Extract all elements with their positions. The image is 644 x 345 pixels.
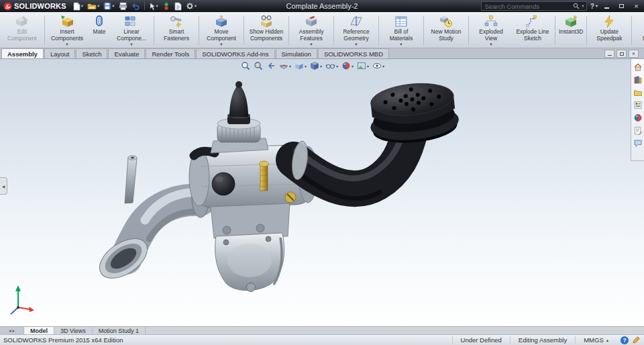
custom-properties-button[interactable] bbox=[633, 126, 643, 135]
save-button[interactable]: ▾ bbox=[101, 1, 116, 11]
ribbon-separator bbox=[468, 16, 469, 45]
ribbon-new-motion-study-button[interactable]: New Motion Study bbox=[425, 13, 467, 48]
graphics-area[interactable]: ▾ ▾ ▾ ▾ ▾ ▾ ▾ ◀ bbox=[0, 59, 644, 326]
ribbon-linear-component-pattern-button[interactable]: Linear Compone...▾ bbox=[111, 13, 152, 48]
view-settings-button[interactable]: ▾ bbox=[372, 60, 385, 71]
print-button[interactable] bbox=[117, 1, 129, 11]
sheet-nav-arrows[interactable]: ◂▸ bbox=[0, 327, 24, 334]
previous-view-button[interactable] bbox=[266, 60, 276, 71]
zoom-area-icon bbox=[254, 61, 263, 70]
ribbon-update-speedpak-button[interactable]: Update Speedpak bbox=[588, 13, 630, 48]
smart-fasteners-icon bbox=[169, 14, 184, 28]
solidworks-resources-button[interactable] bbox=[633, 62, 643, 71]
heads-up-view-toolbar: ▾ ▾ ▾ ▾ ▾ ▾ ▾ bbox=[240, 60, 385, 71]
search-input[interactable] bbox=[484, 2, 572, 11]
titlebar: SOLIDWORKS ▾ ▾ ▾ ▾ ▾ Complate Assembly-2… bbox=[0, 0, 644, 12]
section-view-icon bbox=[279, 61, 288, 70]
solidworks-window: SOLIDWORKS ▾ ▾ ▾ ▾ ▾ Complate Assembly-2… bbox=[0, 0, 644, 345]
hide-show-items-button[interactable]: ▾ bbox=[325, 60, 339, 71]
options-button[interactable]: ▾ bbox=[184, 1, 199, 11]
ribbon-move-component-button[interactable]: Move Component▾ bbox=[201, 13, 242, 48]
undo-button[interactable] bbox=[129, 1, 142, 11]
ribbon-smart-fasteners-button[interactable]: Smart Fasteners bbox=[156, 13, 197, 48]
previous-view-icon bbox=[266, 61, 276, 70]
air-filter[interactable] bbox=[366, 79, 460, 146]
ribbon-show-hidden-components-button[interactable]: Show Hidden Components bbox=[246, 13, 287, 48]
dropdown-arrow-icon: ▾ bbox=[320, 64, 322, 68]
zoom-area-button[interactable] bbox=[253, 60, 264, 71]
select-button[interactable]: ▾ bbox=[147, 1, 160, 11]
search-dropdown-icon[interactable]: ▾ bbox=[582, 3, 584, 9]
tab-solidworks-mbd[interactable]: SOLIDWORKS MBD bbox=[318, 48, 389, 58]
featuremanager-collapse-arrow[interactable]: ◀ bbox=[0, 177, 7, 195]
apply-scene-button[interactable]: ▾ bbox=[356, 60, 370, 71]
restore-button[interactable] bbox=[616, 1, 627, 11]
solidworks-forum-button[interactable] bbox=[633, 138, 643, 148]
ribbon-separator bbox=[154, 16, 154, 45]
view-palette-icon bbox=[633, 101, 643, 109]
search-commands-box[interactable]: ▾ bbox=[481, 1, 587, 11]
design-library-button[interactable] bbox=[633, 75, 643, 84]
tab-simulation[interactable]: Simulation bbox=[276, 48, 317, 58]
ribbon-button-label: New Motion Study bbox=[427, 29, 465, 42]
choke-knob[interactable] bbox=[212, 172, 235, 195]
doc-minimize-button[interactable] bbox=[604, 50, 614, 58]
open-file-button[interactable]: ▾ bbox=[85, 1, 101, 11]
brass-screw[interactable] bbox=[260, 161, 269, 191]
origin-triad bbox=[11, 285, 34, 314]
appearances-button[interactable] bbox=[633, 113, 643, 122]
ribbon-mate-button[interactable]: Mate bbox=[88, 13, 111, 48]
file-properties-button[interactable] bbox=[172, 1, 184, 11]
ribbon-edit-component-button[interactable]: Edit Component bbox=[1, 13, 43, 48]
doc-close-button[interactable]: × bbox=[629, 50, 639, 58]
tab-assembly[interactable]: Assembly bbox=[1, 48, 44, 58]
tab-3d-views[interactable]: 3D Views bbox=[54, 327, 93, 334]
tab-solidworks-add-ins[interactable]: SOLIDWORKS Add-Ins bbox=[196, 48, 274, 58]
view-orientation-button[interactable]: ▾ bbox=[294, 60, 307, 71]
minimize-button[interactable] bbox=[601, 1, 612, 11]
help-menu-button[interactable]: ?▾ bbox=[590, 3, 598, 10]
open-file-icon bbox=[87, 2, 97, 10]
tab-render-tools[interactable]: Render Tools bbox=[146, 48, 195, 58]
new-file-button[interactable]: ▾ bbox=[71, 1, 85, 11]
quick-tips-icon[interactable] bbox=[633, 336, 641, 345]
ribbon-take-snapshot-button[interactable]: Take Snapshot bbox=[633, 13, 644, 48]
ribbon-button-label: Mate bbox=[93, 29, 106, 36]
status-help-icon[interactable]: ? bbox=[621, 336, 629, 344]
carburetor-top-cap[interactable] bbox=[211, 81, 268, 153]
idle-screw[interactable] bbox=[285, 192, 296, 203]
tab-motion-study-1[interactable]: Motion Study 1 bbox=[93, 327, 146, 334]
doc-restore-button[interactable] bbox=[616, 50, 627, 58]
tab-sketch[interactable]: Sketch bbox=[76, 48, 107, 58]
file-explorer-button[interactable] bbox=[633, 87, 643, 97]
ribbon-button-label: Exploded View bbox=[472, 29, 510, 42]
section-view-button[interactable]: ▾ bbox=[278, 60, 292, 71]
ribbon-explode-line-sketch-button[interactable]: Explode Line Sketch bbox=[512, 13, 553, 48]
dropdown-arrow-icon: ▾ bbox=[305, 64, 307, 68]
units-selector[interactable]: MMGS▴ bbox=[575, 336, 616, 344]
tab-model[interactable]: Model bbox=[24, 327, 54, 334]
view-palette-button[interactable] bbox=[633, 100, 643, 109]
close-button[interactable]: × bbox=[631, 1, 642, 11]
reference-geometry-icon bbox=[349, 14, 364, 28]
rebuild-button[interactable] bbox=[160, 1, 172, 11]
ribbon-button-label: Bill of Materials bbox=[382, 29, 420, 42]
ribbon-insert-components-button[interactable]: Insert Components▾ bbox=[46, 13, 88, 48]
display-style-button[interactable]: ▾ bbox=[309, 60, 323, 71]
dropdown-arrow-icon: ▾ bbox=[66, 42, 68, 46]
ribbon-bill-of-materials-button[interactable]: Bill of Materials▾ bbox=[380, 13, 422, 48]
ribbon-assembly-features-button[interactable]: Assembly Features▾ bbox=[290, 13, 332, 48]
tab-layout[interactable]: Layout bbox=[44, 48, 76, 58]
ribbon-exploded-view-button[interactable]: Exploded View▾ bbox=[470, 13, 512, 48]
tab-evaluate[interactable]: Evaluate bbox=[108, 48, 145, 58]
edit-appearance-button[interactable]: ▾ bbox=[341, 60, 354, 71]
dropdown-arrow-icon: ▾ bbox=[156, 3, 158, 9]
vent-tube[interactable] bbox=[125, 156, 137, 203]
doc-restore-icon bbox=[620, 52, 624, 56]
dropdown-arrow-icon: ▾ bbox=[355, 42, 357, 46]
ribbon-reference-geometry-button[interactable]: Reference Geometry▾ bbox=[335, 13, 377, 48]
edit-appearance-icon bbox=[341, 61, 351, 70]
assembly-3d-model[interactable] bbox=[0, 59, 644, 326]
zoom-fit-button[interactable] bbox=[240, 60, 251, 71]
ribbon-instant3d-button[interactable]: Instant3D bbox=[557, 13, 585, 48]
